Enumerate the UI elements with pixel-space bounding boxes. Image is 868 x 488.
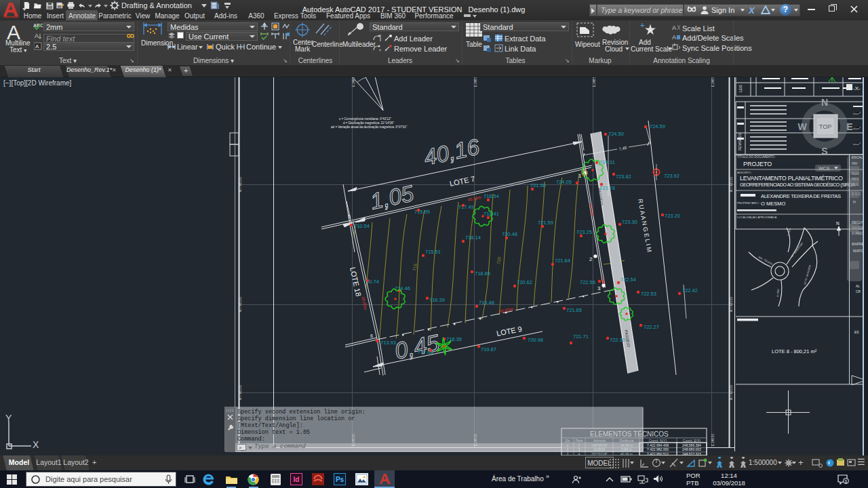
svg-text:-X-: -X-: [853, 85, 861, 92]
svg-text:ES: ES: [854, 330, 859, 334]
svg-text:30,00m: 30,00m: [361, 296, 368, 310]
svg-text:ALEXANDRE TEIXEIRA DE FREITAS: ALEXANDRE TEIXEIRA DE FREITAS: [761, 193, 841, 199]
svg-text:E 248.50: E 248.50: [711, 433, 715, 446]
svg-text:N 7.423.00: N 7.423.00: [730, 384, 733, 400]
svg-text:6: 6: [370, 333, 373, 338]
svg-text:5: 5: [348, 214, 351, 219]
svg-text:721.59: 721.59: [538, 220, 553, 226]
svg-text:721.64: 721.64: [555, 258, 570, 264]
svg-text:E 248.50: E 248.50: [593, 77, 596, 87]
svg-text:720: 720: [496, 256, 502, 264]
svg-text:A: A: [672, 34, 676, 41]
svg-text:+: +: [640, 21, 644, 29]
svg-text:ad = Variação anual da dec: ad = Variação anual da declinação magnét…: [331, 125, 408, 129]
svg-text:A: A: [672, 24, 676, 31]
svg-text:3: 3: [597, 285, 601, 291]
svg-text:720.62: 720.62: [517, 279, 532, 285]
svg-text:718.54: 718.54: [484, 193, 499, 199]
svg-text:14,16m: 14,16m: [589, 203, 595, 217]
svg-text:PROPRIETÁRIO :: PROPRIETÁRIO :: [737, 201, 760, 205]
svg-text:LEVANTAMENTO PLANIALTIMÉTRICO: LEVANTAMENTO PLANIALTIMÉTRICO: [740, 175, 843, 182]
svg-text:Coord. N(Y): Coord. N(Y): [649, 439, 667, 443]
svg-text:S: S: [821, 146, 827, 157]
svg-text:R. PED: R. PED: [776, 288, 780, 297]
svg-text:TOP: TOP: [819, 123, 831, 130]
svg-text:R. SOL: R. SOL: [787, 228, 791, 236]
svg-text:LEG: LEG: [738, 85, 743, 92]
svg-text:715.95: 715.95: [414, 209, 430, 215]
svg-text:723.92: 723.92: [664, 173, 679, 179]
svg-text:N: N: [836, 221, 840, 226]
svg-text:7,45: 7,45: [618, 146, 627, 151]
svg-text:TÍTULO DO DOCUMENTO :: TÍTULO DO DOCUMENTO :: [737, 155, 776, 159]
svg-text:718.89: 718.89: [475, 270, 490, 277]
svg-text:710.54: 710.54: [354, 223, 370, 229]
svg-text:722.42: 722.42: [682, 287, 698, 293]
svg-text:A: A: [35, 43, 39, 49]
svg-text:723.20: 723.20: [665, 213, 680, 219]
svg-text:724.05: 724.05: [556, 179, 572, 185]
svg-text:7.422.994.408: 7.422.994.408: [647, 443, 669, 447]
svg-text:LOCALIZAÇÃO APROXIMADA: LOCALIZAÇÃO APROXIMADA: [737, 216, 776, 219]
svg-text:E: E: [846, 121, 852, 132]
svg-text:248.680.003: 248.680.003: [682, 447, 701, 451]
svg-text:724.31: 724.31: [599, 159, 615, 165]
svg-text:AV. SEBASTIÃO: AV. SEBASTIÃO: [790, 241, 804, 258]
svg-text:0,45: 0,45: [393, 329, 442, 364]
svg-text:724.59: 724.59: [650, 123, 665, 129]
svg-text:7.422.982.060: 7.422.982.060: [647, 447, 669, 451]
svg-text:LOTE 18: LOTE 18: [349, 266, 363, 298]
svg-text:724.50: 724.50: [608, 131, 624, 137]
svg-text:CR: CR: [856, 289, 861, 293]
svg-text:ESTR. DA ALDEIA: ESTR. DA ALDEIA: [804, 264, 812, 285]
svg-text:723.78: 723.78: [599, 185, 615, 191]
svg-text:722.27: 722.27: [644, 324, 659, 330]
svg-text:PROJETO: PROJETO: [743, 161, 772, 167]
svg-text:723.30: 723.30: [622, 219, 637, 225]
svg-text:AL: AL: [856, 284, 860, 288]
svg-text:723.25: 723.25: [576, 229, 592, 235]
svg-text:722.30: 722.30: [610, 337, 625, 343]
svg-text:E 248.50: E 248.50: [474, 77, 477, 87]
svg-text:R U A A N G E L I M: R U A A N G E L I M: [637, 199, 653, 253]
svg-text:A: A: [35, 33, 39, 39]
svg-text:718.14: 718.14: [465, 235, 481, 241]
svg-text:722.53: 722.53: [641, 291, 656, 297]
svg-text:715.51: 715.51: [425, 249, 441, 255]
svg-text:LOTE 7: LOTE 7: [449, 174, 476, 188]
svg-text:N 7.423.00: N 7.423.00: [730, 176, 733, 192]
svg-text:REVISÕES: REVISÕES: [738, 133, 742, 150]
svg-text:722.56: 722.56: [580, 279, 595, 285]
svg-text:5,84: 5,84: [600, 276, 606, 285]
svg-text:715: 715: [412, 263, 418, 271]
svg-text:717.49: 717.49: [458, 204, 474, 210]
svg-text:N: N: [821, 97, 828, 108]
svg-text:723.82: 723.82: [616, 174, 631, 180]
svg-text:248.586.384: 248.586.384: [682, 443, 701, 447]
svg-text:710.74: 710.74: [363, 279, 379, 285]
svg-text:O MESMO: O MESMO: [761, 201, 785, 207]
svg-text:720.48: 720.48: [502, 231, 517, 237]
svg-text:LOTE 9: LOTE 9: [496, 325, 522, 338]
svg-text:Coord. E(X): Coord. E(X): [683, 439, 701, 443]
svg-text:W: W: [797, 121, 807, 132]
svg-text:2: 2: [589, 256, 593, 262]
svg-text:ASSUNTO :: ASSUNTO :: [737, 171, 753, 174]
svg-text:WCS: WCS: [818, 166, 830, 171]
svg-text:d = Declinação magnética: 2: d = Declinação magnética: 21°14'06": [343, 121, 395, 125]
svg-text:LOTE 8 - 800,21 m²: LOTE 8 - 800,21 m²: [772, 348, 817, 354]
svg-text:E 248.50: E 248.50: [711, 77, 715, 87]
svg-text:N 7.423.00: N 7.423.00: [730, 296, 733, 312]
svg-text:722.54: 722.54: [620, 277, 636, 283]
svg-text:720.98: 720.98: [528, 337, 543, 343]
svg-text:719.48: 719.48: [479, 300, 494, 306]
svg-text:721.71: 721.71: [573, 333, 589, 340]
svg-text:GEORREFERENCIADO AO SISTEMA GE: GEORREFERENCIADO AO SISTEMA GEODÉSICO (S…: [740, 182, 855, 188]
svg-text:721.65: 721.65: [566, 307, 582, 313]
svg-text:721.50: 721.50: [530, 182, 546, 188]
svg-text:716.39: 716.39: [429, 297, 445, 303]
svg-text:1: 1: [578, 173, 582, 179]
svg-text:c = Convergência meridiana:: c = Convergência meridiana: 0°43'12": [339, 117, 391, 121]
svg-text:718.35: 718.35: [446, 336, 462, 342]
svg-text:713.93: 713.93: [380, 340, 396, 346]
